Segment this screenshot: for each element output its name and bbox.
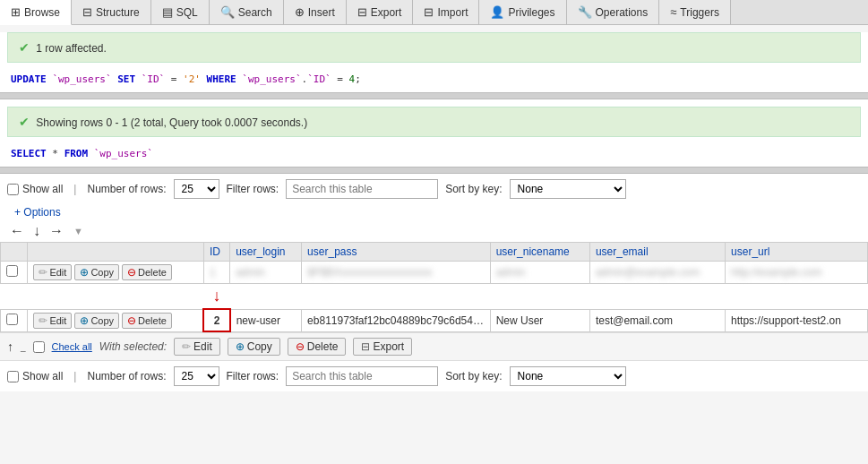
bottom-copy-button[interactable]: ⊕ Copy (228, 338, 280, 356)
delete-icon: ⊖ (127, 266, 136, 279)
sql-code-1: UPDATE `wp_users` SET `ID` = '2' WHERE `… (0, 70, 868, 92)
row2-nicename: New User (490, 309, 589, 331)
row1-nicename: admin (490, 262, 589, 284)
row2-email: test@email.com (589, 309, 725, 331)
tab-operations[interactable]: 🔧 Operations (567, 0, 660, 24)
tab-export[interactable]: ⊟ Export (347, 0, 414, 24)
number-of-rows-bottom-select[interactable]: 25 50 100 (174, 366, 219, 386)
check-all-button[interactable]: Check all (52, 341, 92, 352)
number-of-rows-bottom-label: Number of rows: (87, 370, 166, 382)
bottom-delete-button[interactable]: ⊖ Delete (288, 338, 347, 356)
col-header-user-login[interactable]: user_login (230, 243, 302, 262)
col-header-checkbox (1, 243, 28, 262)
copy-icon-2: ⊕ (80, 314, 89, 327)
copy-icon: ⊕ (80, 266, 89, 279)
number-of-rows-top-select[interactable]: 25 50 100 (174, 179, 219, 199)
data-table: ID user_login user_pass user_nicename us… (0, 242, 868, 332)
sort-arrow-row: ↓ (1, 284, 868, 310)
row1-checkbox-cell (1, 262, 28, 284)
row2-actions-cell: ✏ Edit ⊕ Copy ⊖ Delete (28, 309, 203, 331)
row2-copy-button[interactable]: ⊕ Copy (74, 313, 119, 329)
row2-id: 2 (203, 309, 229, 331)
sort-by-top-select[interactable]: None PRIMARY (510, 179, 626, 199)
success-message-1: ✔ 1 row affected. (7, 32, 861, 63)
row2-pass: eb811973faf12bc04889bc79c6d54a79 (302, 309, 491, 331)
filter-rows-top-label: Filter rows: (227, 183, 279, 195)
privileges-icon: 👤 (490, 5, 504, 19)
show-all-bottom-checkbox[interactable] (7, 371, 19, 382)
tab-sql[interactable]: ▤ SQL (151, 0, 210, 24)
row1-email: admin@example.com (589, 262, 725, 284)
bottom-delete-icon: ⊖ (296, 340, 305, 353)
row2-checkbox[interactable] (6, 314, 18, 325)
show-all-top-checkbox[interactable] (7, 184, 19, 195)
show-all-bottom-label[interactable]: Show all (7, 370, 63, 382)
tab-triggers[interactable]: ≈ Triggers (659, 0, 731, 24)
tab-browse[interactable]: ⊞ Browse (0, 0, 72, 25)
options-container: + Options (0, 204, 868, 220)
col-header-user-nicename[interactable]: user_nicename (490, 243, 589, 262)
search-input-bottom[interactable] (286, 366, 438, 386)
move-left-button[interactable]: ← (7, 222, 27, 240)
triggers-icon: ≈ (670, 5, 676, 19)
col-header-id[interactable]: ID (203, 243, 229, 262)
tab-privileges[interactable]: 👤 Privileges (479, 0, 566, 24)
options-link[interactable]: + Options (7, 204, 68, 220)
col-header-user-pass[interactable]: user_pass (302, 243, 491, 262)
row1-edit-button[interactable]: ✏ Edit (33, 264, 72, 280)
delete-icon-2: ⊖ (127, 314, 136, 327)
number-of-rows-top-label: Number of rows: (87, 183, 166, 195)
up-arrow: ↑ (7, 339, 13, 354)
row1-pass: $P$BXxxxxxxxxxxxxxxxxx (302, 262, 491, 284)
browse-icon: ⊞ (11, 5, 21, 19)
row1-copy-button[interactable]: ⊕ Copy (74, 264, 119, 280)
tab-insert[interactable]: ⊕ Insert (284, 0, 347, 24)
sort-down-arrow: ↓ (213, 287, 221, 305)
nav-tabs: ⊞ Browse ⊟ Structure ▤ SQL 🔍 Search ⊕ In… (0, 0, 868, 25)
sort-by-bottom-select[interactable]: None PRIMARY (510, 366, 626, 386)
bottom-edit-button[interactable]: ✏ Edit (174, 338, 220, 356)
bottom-export-icon: ⊟ (361, 340, 370, 353)
tab-import[interactable]: ⊟ Import (413, 0, 479, 24)
row2-url: https://support-test2.on (726, 309, 868, 331)
bottom-action-bar: ↑ _ Check all With selected: ✏ Edit ⊕ Co… (0, 332, 868, 361)
col-header-actions (28, 243, 203, 262)
sql-icon: ▤ (162, 5, 173, 19)
section-divider-1 (0, 92, 868, 99)
filter-row-top: Show all | Number of rows: 25 50 100 Fil… (0, 174, 868, 204)
bottom-copy-icon: ⊕ (236, 340, 245, 353)
with-selected-label: With selected: (99, 340, 167, 353)
main-content: ✔ 1 row affected. UPDATE `wp_users` SET … (0, 32, 868, 391)
sort-by-top-label: Sort by key: (445, 183, 502, 195)
move-right-button[interactable]: → (47, 222, 66, 240)
col-header-user-email[interactable]: user_email (589, 243, 725, 262)
row1-url: http://example.com (726, 262, 868, 284)
row2-edit-button[interactable]: ✏ Edit (33, 313, 72, 329)
row1-checkbox[interactable] (6, 265, 18, 277)
bottom-export-button[interactable]: ⊟ Export (353, 338, 412, 356)
tab-search[interactable]: 🔍 Search (210, 0, 284, 24)
table-row: ✏ Edit ⊕ Copy ⊖ Delete (1, 262, 868, 284)
section-divider-2 (0, 167, 868, 174)
row1-delete-button[interactable]: ⊖ Delete (122, 264, 172, 280)
filter-rows-bottom-label: Filter rows: (227, 370, 279, 382)
search-input-top[interactable] (286, 179, 438, 199)
search-icon: 🔍 (220, 5, 235, 19)
structure-icon: ⊟ (82, 5, 92, 19)
row1-actions-cell: ✏ Edit ⊕ Copy ⊖ Delete (28, 262, 203, 284)
move-down-button[interactable]: ↓ (30, 222, 43, 240)
filter-row-bottom: Show all | Number of rows: 25 50 100 Fil… (0, 361, 868, 391)
success-message-2: ✔ Showing rows 0 - 1 (2 total, Query too… (7, 107, 861, 137)
import-icon: ⊟ (424, 5, 434, 19)
row1-login: admin (230, 262, 302, 284)
row2-delete-button[interactable]: ⊖ Delete (122, 313, 172, 329)
row2-login: new-user (230, 309, 302, 331)
row1-id: 1 (203, 262, 229, 284)
export-icon: ⊟ (357, 5, 367, 19)
show-all-top-label[interactable]: Show all (7, 183, 63, 195)
tab-structure[interactable]: ⊟ Structure (72, 0, 151, 24)
check-all-checkbox[interactable] (33, 341, 45, 353)
row2-checkbox-cell (1, 309, 28, 331)
col-header-user-url[interactable]: user_url (726, 243, 868, 262)
check-icon-1: ✔ (19, 40, 30, 55)
